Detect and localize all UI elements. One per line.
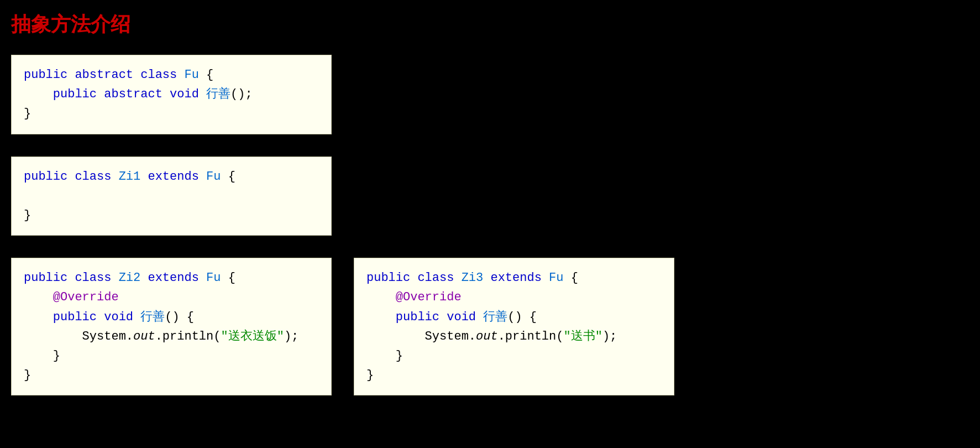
code-line: public class Zi1 extends Fu { — [24, 167, 319, 186]
code-line: public class Zi3 extends Fu { — [366, 268, 662, 288]
section-zi1: public class Zi1 extends Fu { } — [11, 157, 969, 236]
block-row-zi2-zi3: public class Zi2 extends Fu { @Override … — [11, 258, 969, 395]
code-line: public class Zi2 extends Fu { — [24, 268, 319, 288]
code-line: public void 行善() { — [24, 308, 319, 327]
code-block-zi3: public class Zi3 extends Fu { @Override … — [354, 258, 674, 395]
code-line: public abstract class Fu { — [24, 65, 319, 85]
code-line: @Override — [24, 288, 319, 307]
code-line: } — [24, 346, 319, 366]
code-line: public abstract void 行善(); — [24, 85, 319, 104]
code-line: } — [24, 366, 319, 385]
code-block-zi2: public class Zi2 extends Fu { @Override … — [11, 258, 332, 395]
code-line: } — [24, 206, 319, 225]
code-line: } — [366, 366, 662, 385]
code-line: } — [366, 346, 662, 366]
code-line: System.out.println("送书"); — [366, 327, 662, 346]
code-line: } — [24, 104, 319, 123]
page-title: 抽象方法介绍 — [11, 11, 969, 38]
code-block-zi1: public class Zi1 extends Fu { } — [11, 157, 332, 236]
code-block-fu: public abstract class Fu { public abstra… — [11, 55, 332, 134]
section-fu: public abstract class Fu { public abstra… — [11, 55, 969, 134]
code-line: System.out.println("送衣送饭"); — [24, 327, 319, 346]
code-line: public void 行善() { — [366, 308, 662, 327]
code-line — [24, 186, 319, 206]
code-line: @Override — [366, 288, 662, 307]
